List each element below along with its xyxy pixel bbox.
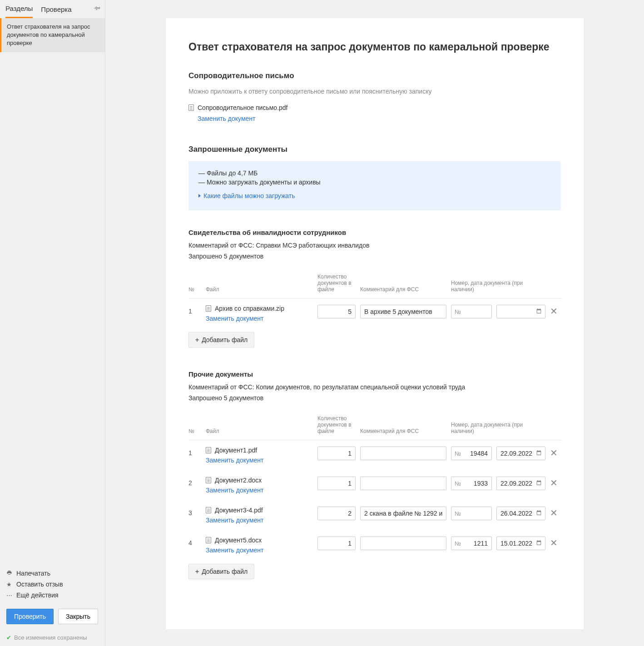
cover-letter-heading: Сопроводительное письмо [188, 71, 561, 80]
action-feedback-label: Оставить отзыв [16, 581, 63, 588]
delete-row-button[interactable]: ✕ [550, 305, 561, 316]
add-file-button[interactable]: + Добавить файл [188, 564, 254, 579]
docnum-input[interactable] [451, 537, 492, 550]
close-button[interactable]: Закрыть [58, 609, 98, 624]
row-num: 1 [188, 447, 201, 457]
replace-link[interactable]: Заменить документ [206, 517, 263, 524]
delete-row-button[interactable]: ✕ [550, 447, 561, 457]
row-filename: Документ5.docx [215, 537, 262, 544]
tab-sections[interactable]: Разделы [5, 5, 33, 18]
col-comment: Комментарий для ФСС [360, 428, 446, 434]
table-row: 2 Документ2.docx Заменить документ № [188, 470, 561, 500]
table-header: № Файл Количество документов в файле Ком… [188, 273, 561, 298]
delete-row-button[interactable]: ✕ [550, 477, 561, 487]
action-more[interactable]: ⋯ Ещё действия [6, 590, 99, 601]
comment-input[interactable] [360, 507, 446, 520]
action-print[interactable]: Напечатать [6, 568, 99, 579]
row-filename: Документ2.docx [215, 477, 262, 484]
sidebar-item-response[interactable]: Ответ страхователя на запрос документов … [0, 18, 105, 52]
section1-table: № Файл Количество документов в файле Ком… [188, 273, 561, 328]
docnum-input[interactable] [451, 507, 492, 520]
delete-row-button[interactable]: ✕ [550, 537, 561, 547]
info-expand-label: Какие файлы можно загружать [203, 192, 295, 199]
add-file-button[interactable]: + Добавить файл [188, 332, 254, 348]
cover-letter-hint: Можно приложить к ответу сопроводительно… [188, 88, 561, 95]
more-icon: ⋯ [6, 592, 13, 599]
check-icon: ✔ [6, 634, 11, 641]
calendar-icon[interactable] [536, 308, 542, 315]
info-line-2: — Можно загружать документы и архивы [198, 179, 551, 186]
info-expand-link[interactable]: Какие файлы можно загружать [198, 192, 551, 199]
replace-link[interactable]: Заменить документ [206, 487, 263, 494]
comment-input[interactable] [360, 537, 446, 550]
cover-letter-replace-link[interactable]: Заменить документ [198, 115, 561, 122]
table-header: № Файл Количество документов в файле Ком… [188, 415, 561, 440]
file-icon [206, 305, 211, 312]
table-row: 4 Документ5.docx Заменить документ № [188, 530, 561, 560]
table-row: 3 Документ3-4.pdf Заменить документ № [188, 500, 561, 530]
caret-right-icon [198, 194, 201, 198]
col-num: № [188, 286, 201, 293]
delete-row-button[interactable]: ✕ [550, 507, 561, 517]
row-filename: Документ3-4.pdf [215, 507, 263, 514]
col-comment: Комментарий для ФСС [360, 286, 446, 293]
qty-input[interactable] [317, 477, 356, 490]
qty-input[interactable] [317, 447, 356, 460]
calendar-icon[interactable] [536, 540, 542, 547]
table-row: 1 Документ1.pdf Заменить документ № [188, 440, 561, 470]
comment-input[interactable] [360, 447, 446, 460]
col-docinfo: Номер, дата документа (при наличии) [451, 422, 545, 434]
tab-check[interactable]: Проверка [41, 5, 71, 18]
file-icon [206, 507, 211, 513]
comment-input[interactable] [360, 477, 446, 490]
cover-letter-section: Сопроводительное письмо Можно приложить … [188, 71, 561, 122]
section2-fss-comment: Комментарий от ФСС: Копии документов, по… [188, 383, 561, 391]
page-title: Ответ страхователя на запрос документов … [188, 41, 561, 53]
col-docinfo: Номер, дата документа (при наличии) [451, 280, 545, 293]
col-file: Файл [206, 286, 313, 293]
row-filename: Архив со справками.zip [215, 305, 284, 312]
table-row: 1 Архив со справками.zip Заменить докуме… [188, 298, 561, 328]
row-file-cell: Архив со справками.zip Заменить документ [206, 305, 313, 322]
cover-letter-filename: Сопроводительное письмо.pdf [198, 104, 288, 111]
add-file-label: Добавить файл [202, 568, 248, 575]
row-num: 1 [188, 305, 201, 315]
file-icon [206, 447, 211, 453]
save-status: ✔ Все изменения сохранены [0, 631, 105, 646]
row-num: 4 [188, 537, 201, 547]
qty-input[interactable] [317, 305, 356, 318]
action-feedback[interactable]: ★ Оставить отзыв [6, 579, 99, 590]
calendar-icon[interactable] [536, 450, 542, 457]
section-disability-certs: Свидетельства об инвалидности сотруднико… [188, 229, 561, 348]
docnum-input[interactable] [451, 305, 492, 318]
docnum-input[interactable] [451, 477, 492, 490]
sidebar-tabs: Разделы Проверка [0, 0, 105, 18]
info-line-1: — Файлы до 4,7 МБ [198, 169, 551, 177]
col-num: № [188, 428, 201, 434]
col-qty: Количество документов в файле [317, 415, 356, 434]
comment-input[interactable] [360, 305, 446, 318]
col-file: Файл [206, 428, 313, 434]
sidebar: Разделы Проверка Ответ страхователя на з… [0, 0, 105, 646]
plus-icon: + [195, 336, 199, 343]
section1-title: Свидетельства об инвалидности сотруднико… [188, 229, 561, 236]
calendar-icon[interactable] [536, 510, 542, 517]
plus-icon: + [195, 568, 199, 575]
docnum-input[interactable] [451, 447, 492, 460]
replace-link[interactable]: Заменить документ [206, 315, 263, 322]
qty-input[interactable] [317, 507, 356, 520]
file-icon [206, 477, 211, 483]
add-file-label: Добавить файл [202, 336, 248, 343]
qty-input[interactable] [317, 537, 356, 550]
replace-link[interactable]: Заменить документ [206, 457, 263, 464]
pin-icon[interactable] [94, 5, 100, 12]
col-qty: Количество документов в файле [317, 273, 356, 293]
row-filename: Документ1.pdf [215, 447, 257, 454]
action-print-label: Напечатать [16, 570, 50, 577]
replace-link[interactable]: Заменить документ [206, 547, 263, 554]
section1-fss-comment: Комментарий от ФСС: Справки МСЭ работающ… [188, 242, 561, 249]
calendar-icon[interactable] [536, 480, 542, 487]
info-box: — Файлы до 4,7 МБ — Можно загружать доку… [188, 161, 561, 210]
check-button[interactable]: Проверить [6, 609, 54, 624]
requested-heading: Запрошенные документы [188, 145, 561, 154]
